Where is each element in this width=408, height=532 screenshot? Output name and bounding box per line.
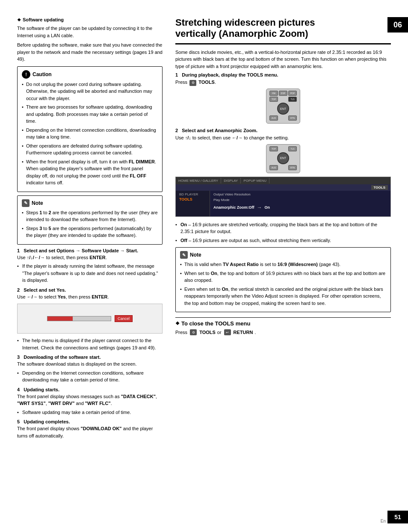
press-label: Press [175, 330, 187, 335]
audio-btn: AUD [269, 115, 278, 121]
left-panel-tools: TOOLS [179, 197, 206, 201]
top-menu-btn2: TOP [269, 146, 278, 151]
right-intro: Some discs include movies, etc., with a … [175, 49, 391, 70]
step-2-note-list: The help menu is displayed if the player… [17, 337, 163, 351]
step-number-2: 2 Select and set Yes. [17, 287, 163, 293]
popup-btn: POP [288, 91, 297, 96]
step-desc-2: Use ←/→ to select Yes, then press ENTER. [17, 293, 163, 301]
tools-btn2: TLS [288, 146, 297, 151]
step-desc-5: The front panel display shows "DOWNLOAD … [17, 425, 163, 439]
anamorphic-label: Anamorphic Zoom:Off [213, 205, 254, 210]
step-note: Software updating may take a certain per… [17, 409, 163, 416]
progress-bar [47, 316, 111, 321]
caution-icon: ! [22, 70, 30, 79]
play-mode-label: Play Mode [213, 198, 387, 202]
tools-close-section: To close the TOOLS menu Press ⚙ TOOLS or… [175, 317, 391, 335]
tools-close-desc: Press ⚙ TOOLS or ↩ RETURN. [175, 329, 391, 335]
step-note: The help menu is displayed if the player… [17, 337, 163, 351]
step-number-1: 1 Select and set Options → Software Upda… [17, 248, 163, 253]
intro-p1: The software of the player can be update… [17, 25, 163, 39]
note-title-1: ✎ Note [22, 199, 158, 207]
return-btn2: RTN [288, 165, 297, 170]
anamorphic-notes: On – 16:9 pictures are stretched vertica… [175, 221, 391, 244]
step-4: 4 Updating starts. The front panel displ… [17, 387, 163, 416]
step-3: 3 Downloading of the software start. The… [17, 355, 163, 384]
intro-p2: Before updating the software, make sure … [17, 41, 163, 63]
two-column-layout: Software updating The software of the pl… [17, 17, 391, 515]
step-1-note-list: If the player is already running the lat… [17, 263, 163, 284]
right-column: Stretching widescreen pictures verticall… [175, 17, 391, 515]
remote-diagram-2: TOP TLS ENT AUD RTN [175, 144, 391, 173]
caution-list: Do not unplug the power cord during soft… [22, 81, 158, 186]
caution-item: There are two processes for software upd… [22, 103, 158, 125]
tools-btn: TLS [288, 97, 297, 102]
note-item-r2: When set to On, the top and bottom of 16… [180, 270, 386, 284]
note-icon-1: ✎ [22, 199, 30, 207]
remote-image-1: HM DSP POP TOP TLS ENT [266, 89, 300, 124]
caution-box: ! Caution Do not unplug the power cord d… [17, 66, 163, 192]
chapter-badge: 06 [387, 17, 408, 33]
arrow-icon: → [257, 204, 262, 210]
note-list-1: Steps 1 to 2 are the operations performe… [22, 209, 158, 239]
step-number-5: 5 Updating completes. [17, 419, 163, 424]
center-nav-2: ENT [277, 152, 289, 164]
step-desc-4: The front panel display shows messages s… [17, 393, 163, 407]
step-5: 5 Updating completes. The front panel di… [17, 419, 163, 439]
remote-diagram-1: HM DSP POP TOP TLS ENT [175, 89, 391, 124]
top-menu-btn: TOP [269, 97, 278, 102]
return-label: RETURN [234, 330, 253, 335]
caution-item: Do not unplug the power cord during soft… [22, 81, 158, 102]
page-number-badge: 51 [387, 511, 408, 523]
tools-close-title: To close the TOOLS menu [175, 320, 391, 327]
step-desc-3: The software download status is displaye… [17, 361, 163, 368]
right-step-1: 1 During playback, display the TOOLS men… [175, 72, 391, 124]
progress-bar-wrap: Cancel [47, 315, 133, 322]
note-off: Off – 16:9 pictures are output as such, … [175, 237, 391, 244]
menu-screenshot: HOME MENU / GALLERY DISPLAY POPUP MENU T… [175, 177, 391, 217]
note-on: On – 16:9 pictures are stretched vertica… [175, 221, 391, 235]
return-close-icon: ↩ [224, 329, 231, 335]
return-btn: RTN [288, 115, 297, 121]
right-step-1-title: 1 During playback, display the TOOLS men… [175, 72, 391, 77]
step-number-3: 3 Downloading of the software start. [17, 355, 163, 360]
caution-item: When the front panel display is off, tur… [22, 158, 158, 186]
right-step-1-body: Press ⚙ TOOLS. [175, 79, 391, 86]
note-item-r1: This is valid when TV Aspect Ratio is se… [180, 261, 386, 268]
note-item: Steps 3 to 5 are the operations performe… [22, 225, 158, 239]
step-note: If the player is already running the lat… [17, 263, 163, 284]
step-4-note-list: Software updating may take a certain per… [17, 409, 163, 416]
software-updating-title: Software updating [17, 17, 163, 22]
step-3-note-list: Depending on the Internet connection con… [17, 369, 163, 384]
caution-item: Other operations are defeated during sof… [22, 142, 158, 157]
note-item-r3: Even when set to On, the vertical stretc… [180, 286, 386, 307]
step-number-4: 4 Updating starts. [17, 387, 163, 392]
on-value: On [265, 205, 270, 210]
right-step-2: 2 Select and set Anamorphic Zoom. Use ↑/… [175, 128, 391, 217]
note-item: Steps 1 to 2 are the operations performe… [22, 209, 158, 223]
audio-btn2: AUD [269, 165, 278, 170]
left-panel-title: BD PLAYER [179, 192, 206, 196]
caution-item: Depending on the Internet connection con… [22, 127, 158, 141]
main-title: Stretching widescreen pictures verticall… [175, 17, 391, 44]
right-step-2-body: Use ↑/↓ to select, then use ←/→ to chang… [175, 134, 391, 142]
tools-icon-small: ⚙ [189, 80, 196, 86]
output-res-label: Output Video Resolution [213, 192, 387, 196]
page-container: 06 Software updating The software of the… [0, 0, 408, 532]
caution-title: ! Caution [22, 70, 158, 79]
step-1: 1 Select and set Options → Software Upda… [17, 248, 163, 284]
center-nav: ENT [277, 103, 289, 115]
separator [175, 317, 391, 318]
left-column: Software updating The software of the pl… [17, 17, 163, 515]
step-2: 2 Select and set Yes. Use ←/→ to select … [17, 287, 163, 352]
display-btn: DSP [279, 91, 287, 96]
or-label: or [217, 330, 222, 335]
note-list-right: This is valid when TV Aspect Ratio is se… [180, 261, 386, 307]
step-desc-1: Use ↑/↓/←/→ to select, then press ENTER. [17, 254, 163, 261]
page-number-sub: En [381, 519, 386, 523]
right-step-2-title: 2 Select and set Anamorphic Zoom. [175, 128, 391, 133]
note-box-1: ✎ Note Steps 1 to 2 are the operations p… [17, 195, 163, 245]
step-note: Depending on the Internet connection con… [17, 369, 163, 384]
tools-label: TOOLS [199, 330, 216, 335]
home-btn: HM [269, 91, 278, 96]
update-dialog-diagram: Cancel [17, 304, 163, 334]
